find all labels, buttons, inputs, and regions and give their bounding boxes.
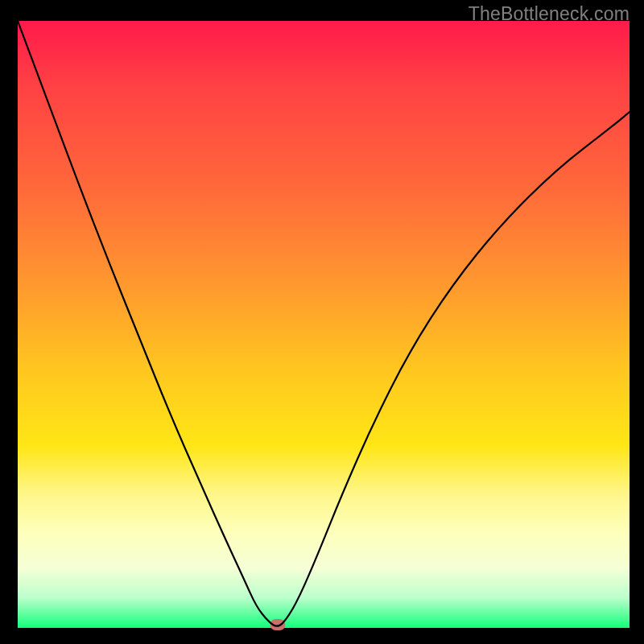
chart-frame: TheBottleneck.com: [0, 0, 644, 644]
plot-area: [18, 21, 630, 628]
curve-path: [18, 21, 630, 626]
watermark-text: TheBottleneck.com: [469, 3, 630, 25]
bottleneck-curve: [18, 21, 630, 628]
